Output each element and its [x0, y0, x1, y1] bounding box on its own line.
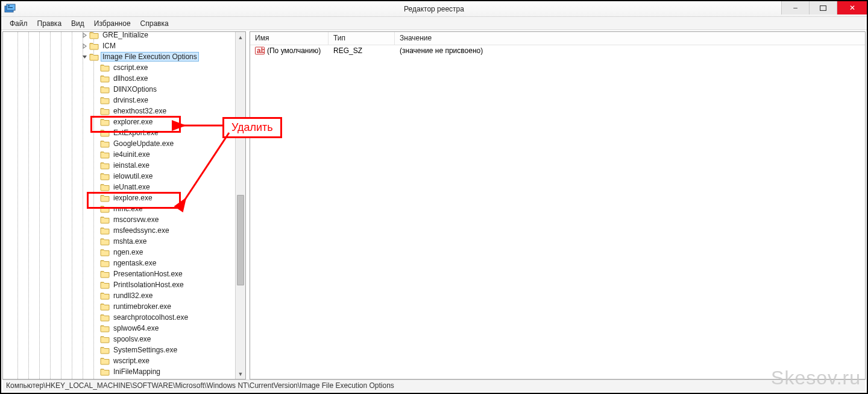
expander-none — [92, 325, 99, 332]
menu-file[interactable]: Файл — [5, 18, 33, 29]
expander-none — [92, 184, 99, 191]
tree-node-DllNXOptions[interactable]: DllNXOptions — [3, 84, 234, 95]
regedit-icon — [4, 2, 17, 16]
expander-closed-icon[interactable] — [81, 32, 88, 39]
menu-favorites[interactable]: Избранное — [89, 18, 136, 29]
tree-node-PrintIsolationHost-exe[interactable]: PrintIsolationHost.exe — [3, 279, 234, 290]
value-data: (значение не присвоено) — [395, 46, 865, 55]
tree-node-label: ngentask.exe — [112, 259, 157, 267]
minimize-button[interactable]: – — [781, 1, 809, 14]
tree-node-rundll32-exe[interactable]: rundll32.exe — [3, 290, 234, 301]
annotation-box-iexplore — [87, 192, 181, 209]
folder-icon — [100, 335, 110, 343]
folder-icon — [100, 324, 110, 332]
folder-icon — [100, 183, 110, 191]
scroll-thumb[interactable] — [237, 195, 244, 285]
status-bar: Компьютер\HKEY_LOCAL_MACHINE\SOFTWARE\Mi… — [2, 380, 866, 392]
tree-node-label: DllNXOptions — [112, 85, 158, 94]
expander-closed-icon[interactable] — [81, 43, 88, 49]
tree-node-label: mscorsvw.exe — [112, 215, 160, 224]
string-value-icon: ab — [255, 46, 265, 56]
column-value[interactable]: Значение — [395, 32, 865, 45]
tree-node-PresentationHost-exe[interactable]: PresentationHost.exe — [3, 268, 234, 279]
tree-node-dllhost-exe[interactable]: dllhost.exe — [3, 73, 234, 84]
tree-node-ngentask-exe[interactable]: ngentask.exe — [3, 258, 234, 268]
title-bar: Редактор реестра – ✕ — [1, 1, 867, 17]
tree-node-spoolsv-exe[interactable]: spoolsv.exe — [3, 334, 234, 345]
tree-node-searchprotocolhost-exe[interactable]: searchprotocolhost.exe — [3, 312, 234, 323]
tree-node-label: splwow64.exe — [112, 324, 160, 332]
expander-none — [92, 108, 99, 115]
expander-none — [92, 162, 99, 169]
expander-none — [92, 86, 99, 93]
tree-node-ICM[interactable]: ICM — [3, 40, 234, 51]
menu-bar: Файл Правка Вид Избранное Справка — [1, 17, 867, 30]
tree-node-label: mshta.exe — [112, 237, 148, 246]
column-name[interactable]: Имя — [250, 32, 329, 45]
tree-node-mshta-exe[interactable]: mshta.exe — [3, 236, 234, 247]
folder-icon — [100, 215, 110, 224]
expander-none — [92, 65, 99, 71]
folder-icon — [100, 172, 110, 180]
tree-node-label: PresentationHost.exe — [112, 270, 184, 278]
tree-node-splwow64-exe[interactable]: splwow64.exe — [3, 323, 234, 334]
tree-node-GRE_Initialize[interactable]: GRE_Initialize — [3, 32, 234, 40]
folder-icon — [100, 248, 110, 256]
tree-node-wscript-exe[interactable]: wscript.exe — [3, 355, 234, 366]
registry-editor-window: Редактор реестра – ✕ Файл Правка Вид Изб… — [0, 0, 868, 394]
menu-view[interactable]: Вид — [66, 18, 89, 29]
watermark: Skesov.ru — [771, 367, 861, 389]
folder-icon — [100, 302, 110, 311]
tree-node-cscript-exe[interactable]: cscript.exe — [3, 62, 234, 73]
tree-node-runtimebroker-exe[interactable]: runtimebroker.exe — [3, 301, 234, 312]
tree-node-label: rundll32.exe — [112, 291, 154, 300]
expander-none — [92, 97, 99, 104]
folder-icon — [100, 357, 110, 365]
value-row[interactable]: ab (По умолчанию) REG_SZ (значение не пр… — [250, 45, 865, 56]
tree-node-mscorsvw-exe[interactable]: mscorsvw.exe — [3, 214, 234, 225]
scroll-down-icon[interactable]: ▼ — [236, 369, 245, 379]
expander-none — [92, 293, 99, 299]
tree-node-Image-File-Execution-Options[interactable]: Image File Execution Options — [3, 51, 234, 62]
svg-rect-2 — [8, 5, 10, 7]
tree-node-label: msfeedssync.exe — [112, 226, 171, 235]
folder-icon — [89, 32, 99, 39]
folder-icon — [100, 107, 110, 115]
folder-icon — [100, 237, 110, 246]
tree-node-label: ielowutil.exe — [112, 172, 154, 180]
tree-node-label: drvinst.exe — [112, 96, 149, 104]
folder-icon — [100, 74, 110, 83]
column-type[interactable]: Тип — [329, 32, 395, 45]
scroll-up-icon[interactable]: ▲ — [236, 32, 245, 42]
tree-node-drvinst-exe[interactable]: drvinst.exe — [3, 95, 234, 106]
expander-none — [92, 238, 99, 245]
tree-node-msfeedssync-exe[interactable]: msfeedssync.exe — [3, 225, 234, 236]
annotation-arrow-2 — [180, 130, 234, 205]
tree-node-label: searchprotocolhost.exe — [112, 313, 189, 322]
tree-node-IniFileMapping[interactable]: IniFileMapping — [3, 366, 234, 377]
close-button[interactable]: ✕ — [837, 1, 867, 14]
tree-node-ehexthost32-exe[interactable]: ehexthost32.exe — [3, 106, 234, 116]
tree-node-label: ieUnatt.exe — [112, 183, 151, 191]
expander-none — [92, 336, 99, 343]
folder-icon — [100, 63, 110, 72]
menu-help[interactable]: Справка — [136, 18, 174, 29]
tree-node-label: PrintIsolationHost.exe — [112, 281, 185, 289]
tree-node-ngen-exe[interactable]: ngen.exe — [3, 247, 234, 258]
tree-node-label: Image File Execution Options — [101, 52, 198, 61]
expander-none — [92, 227, 99, 234]
expander-none — [92, 369, 99, 375]
menu-edit[interactable]: Правка — [33, 18, 67, 29]
expander-none — [92, 75, 99, 82]
expander-open-icon[interactable] — [81, 54, 88, 60]
maximize-button[interactable] — [809, 1, 837, 14]
tree-scrollbar[interactable]: ▲ ▼ — [235, 32, 245, 379]
expander-none — [92, 303, 99, 310]
tree-node-label: wscript.exe — [112, 357, 151, 365]
expander-none — [92, 358, 99, 364]
tree-node-SystemSettings-exe[interactable]: SystemSettings.exe — [3, 345, 234, 355]
window-title: Редактор реестра — [404, 5, 464, 13]
tree-node-label: cscript.exe — [112, 63, 149, 72]
expander-none — [92, 314, 99, 321]
tree-node-label: spoolsv.exe — [112, 335, 152, 343]
